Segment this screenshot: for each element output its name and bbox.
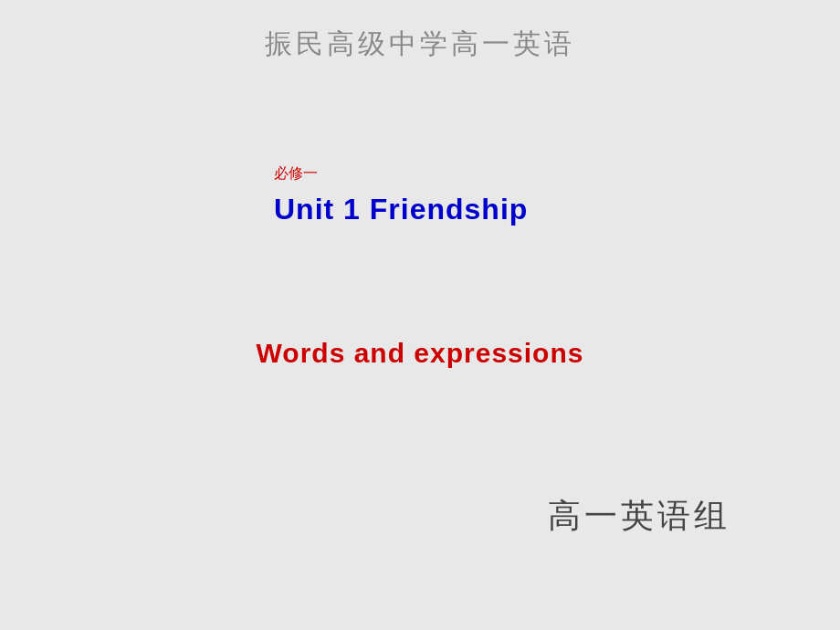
slide-container: 振民高级中学高一英语 必修一 Unit 1 Friendship Words a… (0, 0, 840, 630)
group-label: 高一英语组 (548, 494, 730, 539)
slide-title: 振民高级中学高一英语 (0, 26, 840, 63)
subtitle-chinese: 必修一 (274, 164, 318, 184)
content-area: 必修一 Unit 1 Friendship (0, 164, 840, 226)
unit-title: Unit 1 Friendship (274, 193, 528, 226)
words-expressions-label: Words and expressions (0, 338, 840, 369)
